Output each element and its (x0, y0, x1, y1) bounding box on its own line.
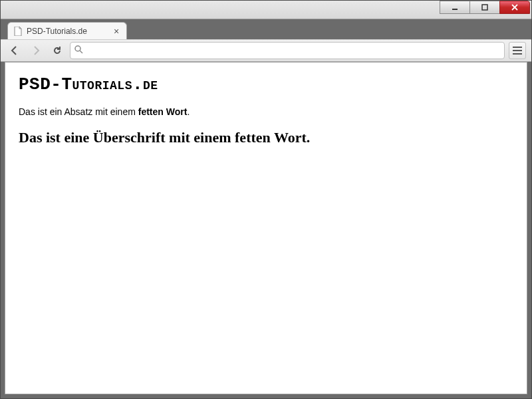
file-icon (13, 27, 23, 36)
content-area: PSD-Tutorials.de Das ist ein Absatz mit … (1, 62, 531, 398)
browser-tab[interactable]: PSD-Tutorials.de × (7, 22, 127, 39)
paragraph-text-before: Das ist ein Absatz mit einem (19, 106, 138, 117)
svg-point-4 (75, 46, 80, 51)
page-logo-heading: PSD-Tutorials.de (19, 74, 513, 94)
window-maximize-button[interactable] (469, 1, 500, 14)
reload-button[interactable] (49, 42, 66, 59)
paragraph: Das ist ein Absatz mit einem fetten Wort… (19, 106, 513, 117)
subheading: Das ist eine Überschrift mit einem fette… (19, 129, 513, 146)
paragraph-text-after: . (187, 106, 190, 117)
tab-close-icon[interactable]: × (112, 27, 121, 36)
browser-window: PSD-Tutorials.de × PSD-Tutorials.de Das … (0, 0, 532, 399)
address-bar[interactable] (70, 42, 505, 59)
svg-rect-1 (482, 5, 487, 10)
window-close-button[interactable] (499, 1, 530, 14)
tab-strip: PSD-Tutorials.de × (1, 19, 531, 39)
back-button[interactable] (6, 42, 23, 59)
paragraph-bold-word: fetten Wort (138, 106, 188, 117)
menu-button[interactable] (509, 42, 526, 59)
window-titlebar (1, 1, 531, 19)
svg-line-5 (80, 51, 82, 53)
window-minimize-button[interactable] (440, 1, 470, 14)
page-viewport[interactable]: PSD-Tutorials.de Das ist ein Absatz mit … (5, 62, 527, 394)
browser-toolbar (1, 39, 531, 62)
tab-title: PSD-Tutorials.de (27, 27, 87, 36)
search-icon (74, 45, 83, 56)
forward-button[interactable] (27, 42, 45, 59)
